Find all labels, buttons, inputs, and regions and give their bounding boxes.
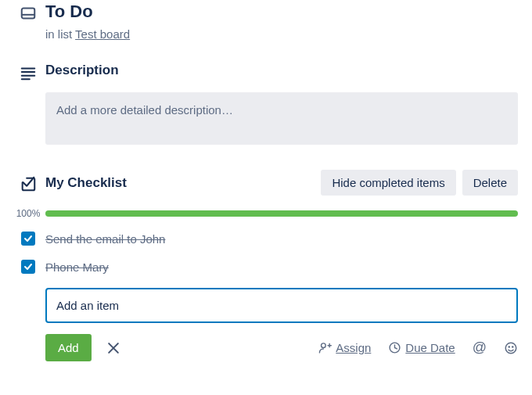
progress-percent: 100% [11, 208, 45, 219]
card-icon [20, 5, 37, 22]
checklist-heading: My Checklist [45, 175, 315, 191]
assign-button[interactable]: Assign [318, 341, 371, 354]
svg-point-13 [509, 347, 509, 347]
add-item-input[interactable] [45, 288, 518, 323]
mention-icon[interactable]: @ [473, 339, 487, 356]
checklist-item-label: Send the email to John [45, 232, 518, 246]
checklist-item[interactable]: Phone Mary [11, 260, 518, 274]
progress-bar [45, 210, 518, 217]
due-date-button[interactable]: Due Date [388, 341, 455, 354]
emoji-icon[interactable] [504, 341, 518, 355]
description-input[interactable]: Add a more detailed description… [45, 92, 518, 145]
description-icon [20, 64, 37, 81]
checklist-item-checkbox[interactable] [21, 260, 35, 274]
checklist-item-checkbox[interactable] [21, 232, 35, 246]
close-icon[interactable] [106, 340, 121, 356]
hide-completed-button[interactable]: Hide completed items [321, 170, 455, 196]
progress-bar-fill [45, 210, 518, 217]
checklist-item[interactable]: Send the email to John [11, 232, 518, 246]
description-heading: Description [45, 63, 119, 78]
delete-checklist-button[interactable]: Delete [462, 170, 518, 196]
svg-rect-0 [22, 9, 35, 19]
in-list-text: in list Test board [45, 27, 518, 41]
list-link[interactable]: Test board [75, 27, 130, 41]
svg-point-14 [512, 347, 513, 347]
add-item-button[interactable]: Add [45, 334, 92, 361]
svg-point-8 [322, 343, 326, 348]
assign-icon [318, 341, 332, 354]
checklist-item-label: Phone Mary [45, 260, 518, 274]
checklist-icon [20, 175, 37, 192]
svg-point-12 [505, 343, 516, 354]
card-title[interactable]: To Do [45, 2, 518, 22]
clock-icon [388, 341, 401, 354]
